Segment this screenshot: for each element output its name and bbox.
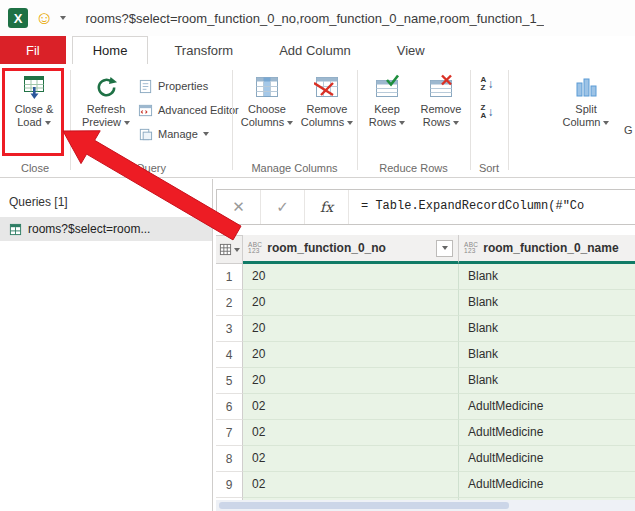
properties-label: Properties <box>158 80 208 92</box>
cell[interactable]: 20 <box>243 342 459 368</box>
queries-pane-header: Queries [1] <box>0 179 212 217</box>
commit-formula-button[interactable]: ✓ <box>261 190 305 224</box>
dropdown-caret-icon <box>399 121 405 125</box>
choose-columns-icon <box>254 71 280 103</box>
properties-icon <box>138 79 153 94</box>
smiley-feedback-icon[interactable]: ☺ <box>35 9 53 27</box>
choose-columns-label-1: Choose <box>248 103 286 116</box>
sort-descending-button[interactable]: ZA ↓ <box>474 100 500 124</box>
row-number[interactable]: 7 <box>216 420 243 446</box>
tab-home[interactable]: Home <box>72 36 149 64</box>
cancel-formula-button[interactable]: ✕ <box>217 190 261 224</box>
properties-button[interactable]: Properties <box>138 76 208 96</box>
remove-columns-button[interactable]: Remove Columns <box>299 68 355 160</box>
cell[interactable]: 20 <box>243 316 459 342</box>
refresh-label-2: Preview <box>82 116 121 129</box>
split-column-label-2: Column <box>563 116 601 129</box>
cell[interactable]: AdultMedicine <box>459 446 635 472</box>
cell[interactable]: AdultMedicine <box>459 394 635 420</box>
query-list-item[interactable]: rooms?$select=room... <box>0 217 212 241</box>
advanced-editor-label: Advanced Editor <box>158 104 239 116</box>
cell[interactable]: 20 <box>243 368 459 394</box>
manage-button[interactable]: Manage <box>138 124 209 144</box>
group-label-reduce-rows: Reduce Rows <box>357 162 470 174</box>
horizontal-scrollbar[interactable] <box>216 500 635 511</box>
formula-input[interactable]: = Table.ExpandRecordColumn(#"Co <box>349 190 635 224</box>
row-number[interactable]: 9 <box>216 472 243 498</box>
group-divider <box>470 70 471 170</box>
row-number[interactable]: 4 <box>216 342 243 368</box>
cell[interactable]: 02 <box>243 394 459 420</box>
remove-columns-icon <box>314 71 340 103</box>
cell[interactable]: Blank <box>459 342 635 368</box>
excel-icon: X <box>8 8 28 28</box>
cell[interactable]: 02 <box>243 472 459 498</box>
remove-rows-label-2: Rows <box>423 116 451 129</box>
table-row: 6 02 AdultMedicine <box>216 394 635 420</box>
close-load-label-2: Load <box>17 116 41 129</box>
advanced-editor-button[interactable]: Advanced Editor <box>138 100 239 120</box>
cell[interactable]: AdultMedicine <box>459 420 635 446</box>
choose-columns-button[interactable]: Choose Columns <box>239 68 295 160</box>
table-row: 4 20 Blank <box>216 342 635 368</box>
keep-rows-icon <box>374 71 400 103</box>
remove-rows-button[interactable]: Remove Rows <box>414 68 468 160</box>
filter-caret-icon <box>442 246 448 250</box>
cell[interactable]: 02 <box>243 420 459 446</box>
filter-button[interactable] <box>436 240 453 257</box>
row-number[interactable]: 1 <box>216 264 243 290</box>
group-label-query: Query <box>70 162 232 174</box>
cell[interactable]: AdultMedicine <box>459 472 635 498</box>
row-number[interactable]: 3 <box>216 316 243 342</box>
tab-transform[interactable]: Transform <box>154 36 253 64</box>
split-column-label-1: Split <box>575 103 596 116</box>
keep-rows-button[interactable]: Keep Rows <box>362 68 412 160</box>
cell[interactable]: Blank <box>459 264 635 290</box>
dropdown-caret-icon <box>453 121 459 125</box>
tab-file[interactable]: Fil <box>0 36 66 64</box>
cell[interactable]: Blank <box>459 368 635 394</box>
group-by-button-partial[interactable]: G <box>624 124 633 136</box>
dropdown-caret-icon <box>124 121 130 125</box>
select-all-button[interactable] <box>216 235 243 264</box>
table-row: 2 20 Blank <box>216 290 635 316</box>
add-step-button[interactable]: fx <box>305 190 349 224</box>
quick-access-caret-icon[interactable] <box>60 16 66 20</box>
column-name: room_function_0_no <box>267 241 386 255</box>
tab-view[interactable]: View <box>377 36 445 64</box>
cell[interactable]: 20 <box>243 290 459 316</box>
dropdown-caret-icon <box>45 121 51 125</box>
split-column-button[interactable]: Split Column <box>558 68 614 160</box>
cell[interactable]: 02 <box>243 446 459 472</box>
row-number[interactable]: 5 <box>216 368 243 394</box>
row-number[interactable]: 2 <box>216 290 243 316</box>
cell[interactable]: Blank <box>459 316 635 342</box>
formula-bar: ✕ ✓ fx = Table.ExpandRecordColumn(#"Co <box>216 189 635 225</box>
cancel-icon: ✕ <box>232 198 245 216</box>
manage-label: Manage <box>158 128 198 140</box>
column-type-any-icon[interactable]: ABC123 <box>464 242 478 255</box>
group-label-manage-columns: Manage Columns <box>232 162 357 174</box>
refresh-preview-button[interactable]: Refresh Preview <box>79 68 133 160</box>
dropdown-caret-icon <box>347 121 353 125</box>
keep-rows-label-2: Rows <box>369 116 397 129</box>
scrollbar-thumb[interactable] <box>219 502 509 509</box>
dropdown-caret-icon <box>287 121 293 125</box>
group-divider <box>508 70 509 170</box>
dropdown-caret-icon <box>603 121 609 125</box>
cell[interactable]: Blank <box>459 290 635 316</box>
column-type-any-icon[interactable]: ABC123 <box>248 242 262 255</box>
table-row: 3 20 Blank <box>216 316 635 342</box>
table-row: 8 02 AdultMedicine <box>216 446 635 472</box>
arrow-down-icon: ↓ <box>487 106 493 118</box>
sort-ascending-button[interactable]: AZ ↓ <box>474 72 500 96</box>
excel-letter: X <box>14 11 23 26</box>
tab-add-column[interactable]: Add Column <box>259 36 371 64</box>
row-number[interactable]: 8 <box>216 446 243 472</box>
column-header-room-function-0-no[interactable]: ABC123 room_function_0_no <box>243 235 459 264</box>
refresh-icon <box>94 71 119 103</box>
column-header-room-function-0-name[interactable]: ABC123 room_function_0_name <box>459 235 635 264</box>
cell[interactable]: 20 <box>243 264 459 290</box>
row-number[interactable]: 6 <box>216 394 243 420</box>
close-and-load-button[interactable]: Close & Load <box>6 68 62 160</box>
